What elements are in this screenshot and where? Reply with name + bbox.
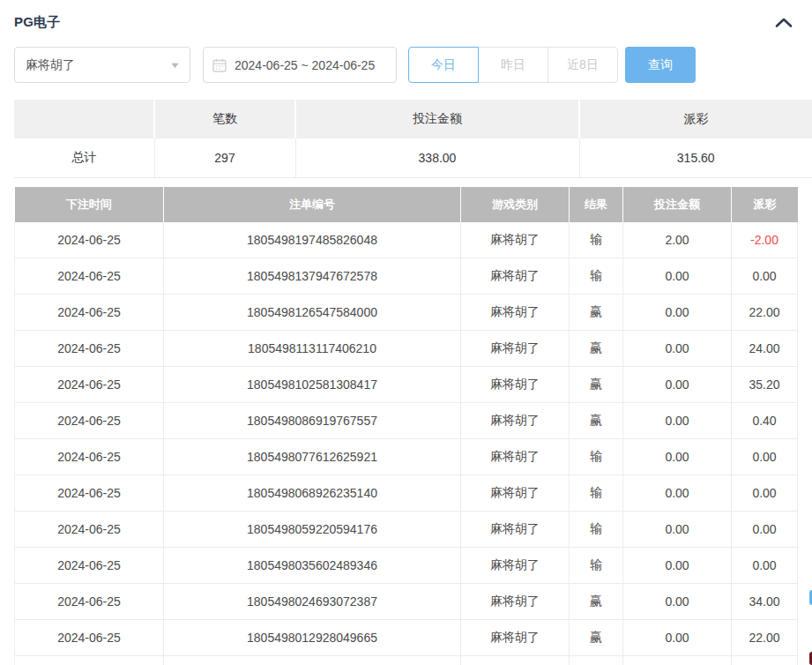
cell-result: 输 [570, 512, 623, 548]
header-game-type: 游戏类别 [461, 187, 570, 222]
cell-bet-time: 2024-06-25 [15, 367, 164, 403]
cell-bet-amount: 0.00 [623, 656, 732, 665]
header-result: 结果 [570, 187, 623, 222]
bet-table-body: 2024-06-251805498197485826048麻将胡了输2.00-2… [15, 222, 798, 665]
summary-header-row: 笔数 投注金额 派彩 [14, 100, 812, 138]
cell-result: 输 [570, 439, 623, 475]
cell-bet-time: 2024-06-25 [15, 584, 164, 620]
cell-bet-amount: 2.00 [623, 222, 732, 258]
cell-bet-id: 1805498068926235140 [164, 475, 461, 512]
cell-bet-time: 2024-06-25 [15, 548, 164, 584]
summary-header-count: 笔数 [154, 100, 295, 138]
cell-payout: 0.00 [732, 439, 798, 475]
cell-bet-id: 1805498077612625921 [164, 439, 461, 475]
cell-game-type: 麻将胡了 [461, 656, 570, 665]
cell-game-type: 麻将胡了 [461, 258, 570, 295]
cell-game-type: 麻将胡了 [461, 439, 570, 475]
filter-toolbar: 麻将胡了 ▼ 2024-06-25 ~ 2024-06-25 今日 昨日 近8日… [14, 47, 798, 83]
cell-payout: 22.00 [732, 620, 798, 656]
cell-bet-id: 1805498126547584000 [164, 295, 461, 331]
summary-total-count: 297 [154, 138, 295, 178]
cell-bet-time: 2024-06-25 [15, 295, 164, 331]
cell-bet-amount: 0.00 [623, 331, 732, 367]
cell-game-type: 麻将胡了 [461, 222, 570, 258]
cell-bet-time: 2024-06-25 [15, 439, 164, 475]
cell-bet-time: 2024-06-25 [15, 475, 164, 512]
cell-bet-id: 1805498137947672578 [164, 258, 461, 295]
cell-payout: 0.00 [732, 548, 798, 584]
cell-game-type: 麻将胡了 [461, 403, 570, 439]
cell-result: 输 [570, 475, 623, 512]
date-range-input[interactable]: 2024-06-25 ~ 2024-06-25 [203, 47, 397, 83]
summary-total-payout: 315.60 [579, 138, 812, 178]
cell-payout: -2.00 [732, 222, 798, 258]
cell-payout: 0.00 [732, 475, 798, 512]
cell-game-type: 麻将胡了 [461, 512, 570, 548]
search-button[interactable]: 查询 [625, 47, 696, 83]
cell-payout: 35.20 [732, 367, 798, 403]
bet-table-header-row: 下注时间 注单编号 游戏类别 结果 投注金额 派彩 [15, 187, 798, 222]
cell-bet-id: 1805498197485826048 [164, 222, 461, 258]
cell-bet-amount: 0.00 [623, 258, 732, 295]
yesterday-button[interactable]: 昨日 [478, 47, 548, 83]
quick-date-group: 今日 昨日 近8日 [408, 47, 618, 83]
cell-game-type: 麻将胡了 [461, 295, 570, 331]
cell-result: 赢 [570, 367, 623, 403]
cell-bet-amount: 0.00 [623, 403, 732, 439]
summary-total-row: 总计 297 338.00 315.60 [14, 138, 812, 178]
cell-bet-id: 1805498086919767557 [164, 403, 461, 439]
cell-result: 赢 [570, 584, 623, 620]
cell-game-type: 麻将胡了 [461, 367, 570, 403]
cell-bet-amount: 0.00 [623, 548, 732, 584]
header-bet-time: 下注时间 [15, 187, 164, 222]
calendar-icon [212, 58, 227, 72]
cell-result: 输 [570, 548, 623, 584]
table-row: 2024-06-251805498068926235140麻将胡了输0.000.… [15, 475, 798, 512]
cell-bet-amount: 0.00 [623, 512, 732, 548]
table-row: 2024-06-251805498137947672578麻将胡了输0.000.… [15, 258, 798, 295]
cell-payout: 22.00 [732, 295, 798, 331]
cell-bet-amount: 0.00 [623, 295, 732, 331]
cell-bet-amount: 0.00 [623, 439, 732, 475]
cell-bet-time: 2024-06-25 [15, 258, 164, 295]
cell-payout: 22.00 [732, 656, 798, 665]
table-row: 2024-06-251805498086919767557麻将胡了赢0.000.… [15, 403, 798, 439]
page-title: PG电子 [14, 14, 60, 31]
collapse-button[interactable] [775, 17, 793, 28]
cell-bet-amount: 0.00 [623, 620, 732, 656]
cell-payout: 0.40 [732, 403, 798, 439]
table-row: 2024-06-251805498035602489346麻将胡了输0.000.… [15, 548, 798, 584]
last-8-days-button[interactable]: 近8日 [548, 47, 618, 83]
cell-payout: 0.00 [732, 258, 798, 295]
chevron-down-icon: ▼ [169, 61, 181, 70]
cell-result: 输 [570, 222, 623, 258]
cell-bet-time: 2024-06-25 [15, 620, 164, 656]
today-button[interactable]: 今日 [408, 47, 479, 83]
game-select-value: 麻将胡了 [26, 57, 75, 73]
cell-bet-id: 1805498012928049665 [164, 620, 461, 656]
cell-payout: 0.00 [732, 512, 798, 548]
cell-bet-amount: 0.00 [623, 367, 732, 403]
cell-result: 赢 [570, 620, 623, 656]
table-row: 2024-06-251805498102581308417麻将胡了赢0.0035… [15, 367, 798, 403]
date-range-value: 2024-06-25 ~ 2024-06-25 [235, 58, 375, 72]
summary-header-payout: 派彩 [579, 100, 812, 138]
cell-bet-amount: 0.00 [623, 475, 732, 512]
panel-header: PG电子 [14, 13, 798, 31]
cell-result: 赢 [570, 403, 623, 439]
cell-result: 赢 [570, 331, 623, 367]
cell-game-type: 麻将胡了 [461, 475, 570, 512]
cell-bet-time: 2024-06-25 [15, 403, 164, 439]
game-select[interactable]: 麻将胡了 ▼ [14, 47, 190, 83]
table-row: 2024-06-251805498113117406210麻将胡了赢0.0024… [15, 331, 798, 367]
table-row: 2024-06-251805498001553117700麻将胡了赢0.0022… [15, 656, 798, 665]
cell-payout: 34.00 [732, 584, 798, 620]
header-payout: 派彩 [732, 187, 798, 222]
table-row: 2024-06-251805498126547584000麻将胡了赢0.0022… [15, 295, 798, 331]
cell-payout: 24.00 [732, 331, 798, 367]
cell-bet-id: 1805498113117406210 [164, 331, 461, 367]
pg-panel: PG电子 麻将胡了 ▼ 2024-06-25 ~ 2024-06-25 今日 [0, 0, 812, 665]
cell-bet-amount: 0.00 [623, 584, 732, 620]
table-row: 2024-06-251805498077612625921麻将胡了输0.000.… [15, 439, 798, 475]
cell-bet-id: 1805498102581308417 [164, 367, 461, 403]
